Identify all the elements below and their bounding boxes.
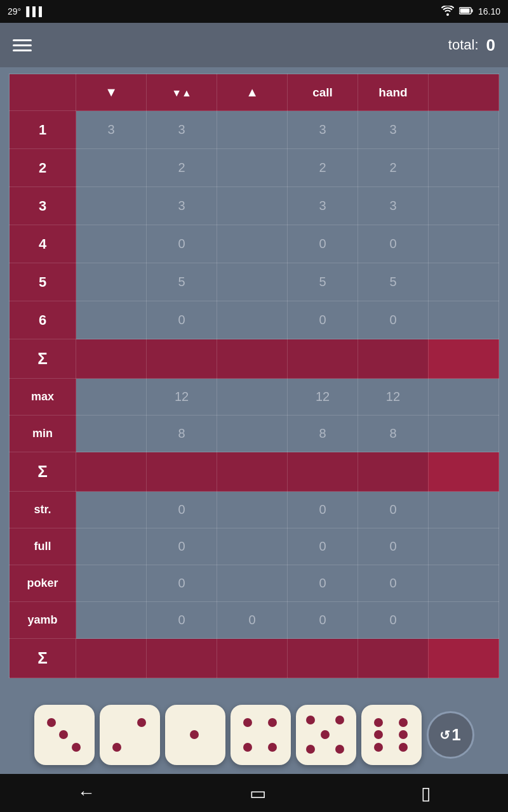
yamb-call[interactable]: 0 [288, 602, 358, 639]
row1-hand[interactable]: 3 [358, 111, 429, 149]
recents-button[interactable]: ▯ [421, 783, 431, 804]
roll-button[interactable]: ↺ 1 [427, 711, 474, 759]
full-call[interactable]: 0 [288, 528, 358, 565]
row5-both[interactable]: 5 [147, 263, 217, 301]
row3-both[interactable]: 3 [147, 187, 217, 225]
poker-up[interactable] [217, 565, 288, 602]
min-hand[interactable]: 8 [358, 416, 429, 452]
yamb-both[interactable]: 0 [147, 602, 217, 639]
table-row[interactable]: full 0 0 0 [10, 528, 499, 565]
full-both[interactable]: 0 [147, 528, 217, 565]
main-content: ▼ ▼▲ ▲ call hand 1 3 3 3 3 2 [0, 67, 508, 678]
str-call[interactable]: 0 [288, 492, 358, 528]
full-hand[interactable]: 0 [358, 528, 429, 565]
die-4[interactable] [231, 705, 291, 765]
row4-call[interactable]: 0 [288, 225, 358, 263]
row6-hand[interactable]: 0 [358, 301, 429, 339]
row1-call[interactable]: 3 [288, 111, 358, 149]
yamb-down[interactable] [76, 602, 147, 639]
max-down[interactable] [76, 379, 147, 416]
die-1[interactable] [34, 705, 95, 765]
table-row[interactable]: 6 0 0 0 [10, 301, 499, 339]
row1-up[interactable] [217, 111, 288, 149]
poker-down[interactable] [76, 565, 147, 602]
battery-icon [459, 6, 473, 17]
sigma3-both [147, 639, 217, 678]
row5-down[interactable] [76, 263, 147, 301]
table-row[interactable]: poker 0 0 0 [10, 565, 499, 602]
full-down[interactable] [76, 528, 147, 565]
poker-both[interactable]: 0 [147, 565, 217, 602]
temperature: 29° [8, 6, 21, 16]
row6-extra [428, 301, 498, 339]
sigma3-extra [428, 639, 498, 678]
full-up[interactable] [217, 528, 288, 565]
row2-up[interactable] [217, 149, 288, 187]
row4-up[interactable] [217, 225, 288, 263]
row2-call[interactable]: 2 [288, 149, 358, 187]
min-down[interactable] [76, 416, 147, 452]
max-up[interactable] [217, 379, 288, 416]
table-row[interactable]: yamb 0 0 0 0 [10, 602, 499, 639]
table-row[interactable]: 5 5 5 5 [10, 263, 499, 301]
row3-call[interactable]: 3 [288, 187, 358, 225]
yamb-hand[interactable]: 0 [358, 602, 429, 639]
row-label-poker: poker [10, 565, 76, 602]
max-hand[interactable]: 12 [358, 379, 429, 416]
sigma3-down [76, 639, 147, 678]
poker-call[interactable]: 0 [288, 565, 358, 602]
home-button[interactable]: ▭ [250, 783, 266, 804]
row5-up[interactable] [217, 263, 288, 301]
sigma1-both [147, 339, 217, 379]
table-row[interactable]: max 12 12 12 [10, 379, 499, 416]
table-row[interactable]: 3 3 3 3 [10, 187, 499, 225]
row4-hand[interactable]: 0 [358, 225, 429, 263]
str-both[interactable]: 0 [147, 492, 217, 528]
row5-call[interactable]: 5 [288, 263, 358, 301]
row5-hand[interactable]: 5 [358, 263, 429, 301]
min-both[interactable]: 8 [147, 416, 217, 452]
min-up[interactable] [217, 416, 288, 452]
row4-both[interactable]: 0 [147, 225, 217, 263]
total-area: total: 0 [448, 36, 495, 55]
row-label-6: 6 [10, 301, 76, 339]
back-button[interactable]: ← [77, 783, 95, 803]
row3-hand[interactable]: 3 [358, 187, 429, 225]
table-row[interactable]: 2 2 2 2 [10, 149, 499, 187]
min-call[interactable]: 8 [288, 416, 358, 452]
table-row[interactable]: 4 0 0 0 [10, 225, 499, 263]
yamb-up[interactable]: 0 [217, 602, 288, 639]
dot [399, 718, 408, 727]
time: 16.10 [478, 6, 500, 16]
row2-down[interactable] [76, 149, 147, 187]
table-row[interactable]: min 8 8 8 [10, 416, 499, 452]
poker-hand[interactable]: 0 [358, 565, 429, 602]
header-call: call [288, 74, 358, 111]
str-down[interactable] [76, 492, 147, 528]
str-hand[interactable]: 0 [358, 492, 429, 528]
row6-up[interactable] [217, 301, 288, 339]
row1-down[interactable]: 3 [76, 111, 147, 149]
row2-hand[interactable]: 2 [358, 149, 429, 187]
sigma3-call [288, 639, 358, 678]
battery-bars: ▌▌▌ [26, 6, 45, 16]
max-both[interactable]: 12 [147, 379, 217, 416]
max-call[interactable]: 12 [288, 379, 358, 416]
row2-both[interactable]: 2 [147, 149, 217, 187]
die-5[interactable] [296, 705, 356, 765]
str-up[interactable] [217, 492, 288, 528]
table-row[interactable]: 1 3 3 3 3 [10, 111, 499, 149]
row6-call[interactable]: 0 [288, 301, 358, 339]
hamburger-menu[interactable] [13, 39, 32, 51]
row6-both[interactable]: 0 [147, 301, 217, 339]
die-3[interactable] [165, 705, 225, 765]
die-2[interactable] [100, 705, 160, 765]
row3-up[interactable] [217, 187, 288, 225]
table-row[interactable]: str. 0 0 0 [10, 492, 499, 528]
row6-down[interactable] [76, 301, 147, 339]
row1-both[interactable]: 3 [147, 111, 217, 149]
nav-bar: ← ▭ ▯ [0, 774, 508, 812]
die-6[interactable] [361, 705, 422, 765]
row3-down[interactable] [76, 187, 147, 225]
row4-down[interactable] [76, 225, 147, 263]
